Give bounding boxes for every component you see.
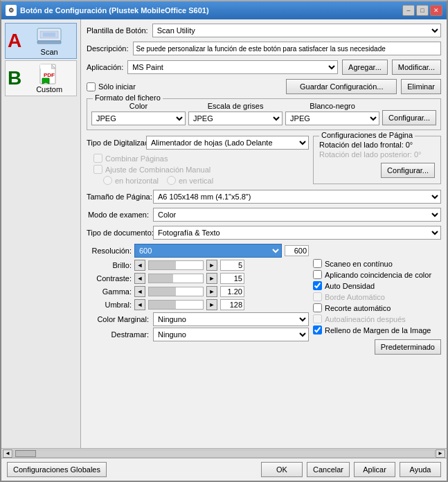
color-marginal-select[interactable]: Ninguno bbox=[153, 312, 309, 326]
ok-button[interactable]: OK bbox=[261, 462, 303, 477]
scaneo-checkbox[interactable] bbox=[313, 259, 322, 268]
umbral-right-btn[interactable]: ► bbox=[206, 299, 217, 310]
borde-row: Borde Automático bbox=[313, 292, 441, 301]
config-pagina-button[interactable]: Configurar... bbox=[381, 163, 435, 178]
blanco-col: Blanco-negro JPEG bbox=[285, 102, 379, 125]
plantilla-select[interactable]: Scan Utility bbox=[152, 24, 441, 37]
horizontal-label: en horizontal bbox=[115, 177, 159, 185]
config-globales-button[interactable]: Configuraciones Globales bbox=[7, 462, 107, 477]
contraste-track[interactable] bbox=[148, 274, 204, 283]
brillo-track[interactable] bbox=[148, 260, 204, 270]
tipo-doc-select[interactable]: Fotografía & Texto bbox=[153, 226, 441, 240]
solo-iniciar-checkbox[interactable] bbox=[87, 82, 96, 91]
gamma-left-btn[interactable]: ◄ bbox=[134, 286, 145, 297]
config-pagina-group: Configuraciones de Página Rotación del l… bbox=[313, 136, 441, 184]
escala-col-label: Escala de grises bbox=[188, 102, 283, 110]
guardar-button[interactable]: Guardar Configuración... bbox=[286, 79, 397, 94]
config-pagina-title: Configuraciones de Página bbox=[319, 131, 415, 139]
escala-select[interactable]: JPEG bbox=[188, 111, 283, 125]
close-button[interactable]: ✕ bbox=[430, 5, 442, 16]
title-bar-buttons: – □ ✕ bbox=[402, 5, 442, 16]
umbral-left-btn[interactable]: ◄ bbox=[134, 299, 145, 310]
rotacion-frontal-text: Rotación del lado frontal: 0° bbox=[319, 141, 435, 149]
scrollbar-area: ◄ ► bbox=[1, 448, 447, 458]
svg-rect-3 bbox=[37, 41, 61, 44]
configurar-format-button[interactable]: Configurar... bbox=[382, 110, 436, 125]
umbral-val[interactable] bbox=[220, 299, 244, 310]
modificar-button[interactable]: Modificar... bbox=[392, 60, 441, 75]
scan-button-item-b[interactable]: B PDF Custom bbox=[5, 60, 77, 96]
maximize-button[interactable]: □ bbox=[416, 5, 429, 16]
gamma-row: Gamma: ◄ ► bbox=[87, 286, 309, 297]
modo-label: Modo de examen: bbox=[87, 211, 149, 219]
window-icon: ⚙ bbox=[6, 5, 17, 16]
scroll-right-btn[interactable]: ► bbox=[436, 449, 445, 458]
aplicar-button[interactable]: Aplicar bbox=[354, 462, 395, 477]
orientacion-row: en horizontal en vertical bbox=[93, 176, 309, 185]
relleno-checkbox[interactable] bbox=[313, 325, 322, 334]
brillo-val[interactable] bbox=[220, 260, 244, 271]
agregar-button[interactable]: Agregar... bbox=[342, 60, 388, 75]
ayuda-button[interactable]: Ayuda bbox=[400, 462, 441, 477]
blanco-select[interactable]: JPEG bbox=[285, 111, 379, 125]
borde-checkbox[interactable] bbox=[313, 292, 322, 301]
tamano-select[interactable]: A6 105x148 mm (4.1"x5.8") bbox=[153, 190, 441, 204]
resolucion-select[interactable]: 600 bbox=[134, 244, 282, 258]
scroll-thumb[interactable] bbox=[15, 450, 36, 457]
gamma-right-btn[interactable]: ► bbox=[206, 286, 217, 297]
brillo-left-btn[interactable]: ◄ bbox=[134, 260, 145, 271]
brillo-right-btn[interactable]: ► bbox=[206, 260, 217, 271]
scroll-left-btn[interactable]: ◄ bbox=[3, 449, 12, 458]
recorte-checkbox[interactable] bbox=[313, 303, 322, 312]
color-select[interactable]: JPEG bbox=[91, 111, 186, 125]
contraste-val[interactable] bbox=[220, 273, 244, 284]
svg-rect-6 bbox=[40, 64, 51, 69]
cancelar-button[interactable]: Cancelar bbox=[307, 462, 350, 477]
descripcion-label: Descripción: bbox=[87, 44, 129, 53]
umbral-row: Umbral: ◄ ► bbox=[87, 299, 309, 310]
combinar-checkbox[interactable] bbox=[93, 154, 102, 163]
eliminar-button[interactable]: Eliminar bbox=[401, 79, 441, 94]
formato-group: Formato del fichero Color JPEG Escala de… bbox=[87, 98, 441, 130]
recorte-label: Recorte automático bbox=[325, 304, 391, 312]
gamma-val[interactable] bbox=[220, 286, 244, 297]
contraste-right-btn[interactable]: ► bbox=[206, 273, 217, 284]
left-panel: A Scan B bbox=[1, 19, 81, 448]
contraste-left-btn[interactable]: ◄ bbox=[134, 273, 145, 284]
gamma-track[interactable] bbox=[148, 287, 204, 296]
tipo-doc-row: Tipo de documento: Fotografía & Texto bbox=[87, 226, 441, 240]
auto-densidad-checkbox[interactable] bbox=[313, 281, 322, 290]
aplicacion-select[interactable]: MS Paint bbox=[127, 60, 338, 74]
relleno-label: Relleno de Margen de la Image bbox=[325, 326, 431, 334]
predeterminado-button[interactable]: Predeterminado bbox=[375, 339, 441, 355]
sliders-section: Resolución: 600 Brillo: ◄ ► bbox=[87, 244, 309, 355]
destramar-select[interactable]: Ninguno bbox=[153, 328, 309, 341]
tipo-dig-select[interactable]: Alimentador de hojas (Lado Delante bbox=[146, 136, 309, 150]
scan-button-item-a[interactable]: A Scan bbox=[5, 23, 77, 59]
bottom-bar: Configuraciones Globales OK Cancelar Apl… bbox=[1, 458, 447, 481]
ajuste-label: Ajuste de Combinación Manual bbox=[105, 166, 210, 174]
coincidencia-label: Aplicando coincidencia de color bbox=[325, 271, 431, 279]
modo-select[interactable]: Color bbox=[153, 208, 441, 222]
modo-row: Modo de examen: Color bbox=[87, 208, 441, 222]
umbral-label: Umbral: bbox=[87, 301, 132, 309]
scaneo-row: Scaneo en contínuo bbox=[313, 259, 441, 268]
contraste-label: Contraste: bbox=[87, 274, 132, 283]
resolucion-input[interactable] bbox=[285, 245, 309, 256]
umbral-track[interactable] bbox=[148, 300, 204, 310]
scan-icon bbox=[36, 26, 62, 48]
autoalineacion-checkbox[interactable] bbox=[313, 314, 322, 323]
vertical-radio[interactable] bbox=[167, 176, 176, 185]
pdf-icon: PDF bbox=[36, 63, 62, 85]
horizontal-radio[interactable] bbox=[103, 176, 112, 185]
resolucion-row: Resolución: 600 bbox=[87, 244, 309, 258]
ajuste-checkbox[interactable] bbox=[93, 165, 102, 174]
descripcion-input[interactable] bbox=[133, 42, 441, 55]
coincidencia-checkbox[interactable] bbox=[313, 270, 322, 279]
scroll-track[interactable] bbox=[13, 449, 435, 458]
sliders-checks-row: Resolución: 600 Brillo: ◄ ► bbox=[87, 244, 441, 355]
color-marginal-label: Color Marginal: bbox=[87, 315, 149, 323]
right-panel: Plantilla de Botón: Scan Utility Descrip… bbox=[81, 19, 447, 448]
minimize-button[interactable]: – bbox=[402, 5, 415, 16]
title-bar-left: ⚙ Botón de Configuración (Plustek Mobile… bbox=[6, 5, 209, 16]
